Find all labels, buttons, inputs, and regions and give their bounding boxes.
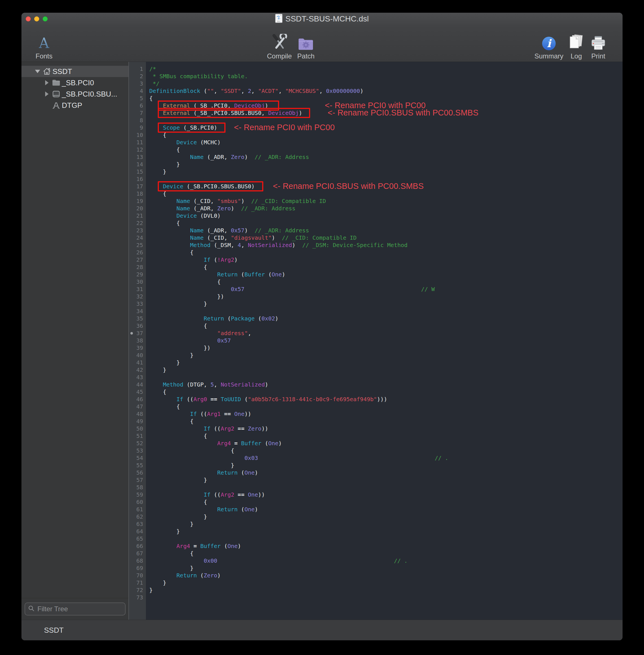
code-area[interactable]: /* * SMBus compatibility table. */Defini… [146, 62, 623, 620]
close-button[interactable] [26, 16, 31, 21]
line-number: 35 [129, 315, 146, 322]
line-number: 72 [129, 586, 146, 594]
line-number: 33 [129, 300, 146, 308]
filter-area [21, 598, 129, 620]
line-number: 65 [129, 535, 146, 542]
line-number: 55 [129, 461, 146, 469]
line-number: 60 [129, 498, 146, 506]
line-number: 15 [129, 168, 146, 175]
line-number: 30 [129, 278, 146, 286]
line-number: 6 [129, 102, 146, 109]
line-number: 62 [129, 513, 146, 520]
code-line: } [149, 168, 623, 175]
code-line: Method (_DSM, 4, NotSerialized) // _DSM:… [149, 241, 623, 249]
compile-label: Compile [267, 52, 292, 60]
rename-annotation: <- Rename PCI0.SBUS with PC00.SMBS [328, 108, 478, 117]
line-number: 3 [129, 80, 146, 87]
tree-item-label: SSDT [52, 67, 72, 76]
line-number: 38 [129, 337, 146, 344]
line-number: 24 [129, 234, 146, 241]
rename-annotation: <- Rename PCI0.SBUS with PC00.SMBS [273, 182, 423, 191]
fonts-label: Fonts [36, 52, 52, 60]
line-number: 40 [129, 352, 146, 359]
code-line: Device (DVL0) [149, 212, 623, 219]
code-line: { [149, 447, 623, 454]
code-line [149, 594, 623, 601]
patch-folder-gear-icon [297, 30, 314, 51]
document-icon: DSL [275, 14, 282, 24]
line-number: 39 [129, 344, 146, 352]
code-line: { [149, 550, 623, 557]
print-button[interactable]: Print [581, 27, 615, 60]
code-line: } [149, 513, 623, 520]
line-number: 66 [129, 542, 146, 550]
patch-label: Patch [297, 52, 314, 60]
rename-highlight-box [158, 181, 263, 191]
line-number: 44 [129, 381, 146, 388]
line-number: 73 [129, 594, 146, 601]
line-number: 27 [129, 256, 146, 264]
line-number: 58 [129, 483, 146, 491]
code-line: } [149, 161, 623, 168]
code-line: } [149, 528, 623, 535]
sidebar-item-dtgp[interactable]: DTGP [21, 100, 129, 111]
disclosure-right-icon[interactable] [43, 80, 50, 85]
sidebar-item-ssdt[interactable]: SSDT [21, 66, 129, 77]
code-line: } [149, 461, 623, 469]
code-line: { [149, 388, 623, 396]
gutter-marker-dot [130, 332, 133, 335]
code-line: Return (Buffer (One) [149, 271, 623, 278]
line-number: 23 [129, 227, 146, 234]
ssdt-tree: SSDT_SB.PCI0_SB.PCI0.SBU...DTGP [21, 62, 129, 598]
code-line: }) [149, 293, 623, 300]
filter-tree-input[interactable] [37, 605, 125, 613]
disclosure-down-icon[interactable] [34, 70, 41, 73]
code-line: Device (MCHC) [149, 139, 623, 146]
line-number: 45 [129, 388, 146, 396]
line-number: 67 [129, 550, 146, 557]
filter-tree-box[interactable] [25, 603, 125, 615]
code-line: Return (One) [149, 506, 623, 513]
line-number: 68 [129, 557, 146, 564]
code-line [149, 483, 623, 491]
code-line: If (!Arg2) [149, 256, 623, 264]
tree-item-label: DTGP [62, 101, 82, 110]
minimize-button[interactable] [34, 16, 39, 21]
line-number: 22 [129, 219, 146, 227]
fonts-icon: A [37, 30, 51, 51]
code-line: } [149, 359, 623, 366]
line-number: 8 [129, 117, 146, 124]
status-bar: SSDT [21, 620, 623, 640]
sidebar-item--sb-pci0-sbu-[interactable]: _SB.PCI0.SBU... [21, 88, 129, 100]
line-number-gutter: 1234567891011121314151617181920212223242… [129, 62, 146, 620]
sidebar-item--sb-pci0[interactable]: _SB.PCI0 [21, 77, 129, 88]
line-number: 29 [129, 271, 146, 278]
line-number: 18 [129, 190, 146, 197]
line-number: 47 [129, 403, 146, 410]
line-number: 32 [129, 293, 146, 300]
code-line: Return (Zero) [149, 572, 623, 579]
code-line: Name (_ADR, Zero) // _ADR: Address [149, 153, 623, 161]
code-line: Name (_CID, "smbus") // _CID: Compatible… [149, 197, 623, 205]
method-icon [50, 101, 62, 110]
line-number: 34 [129, 308, 146, 315]
code-line: { [149, 146, 623, 153]
disclosure-right-icon[interactable] [43, 91, 50, 96]
line-number: 11 [129, 139, 146, 146]
line-number: 16 [129, 175, 146, 183]
code-line: { [149, 417, 623, 425]
code-line: Name (_CID, "diagsvault") // _CID: Compa… [149, 234, 623, 241]
fonts-button[interactable]: A Fonts [27, 27, 61, 60]
code-line: } [149, 564, 623, 572]
line-number: 2 [129, 72, 146, 80]
patch-button[interactable]: Patch [289, 27, 323, 60]
code-line: Arg4 = Buffer (One) [149, 542, 623, 550]
zoom-button[interactable] [43, 16, 48, 21]
line-number: 49 [129, 417, 146, 425]
line-number: 69 [129, 564, 146, 572]
line-number: 36 [129, 322, 146, 330]
line-number: 28 [129, 264, 146, 271]
line-number: 48 [129, 410, 146, 417]
compile-tools-icon [271, 30, 288, 51]
code-editor[interactable]: 1234567891011121314151617181920212223242… [129, 62, 623, 620]
